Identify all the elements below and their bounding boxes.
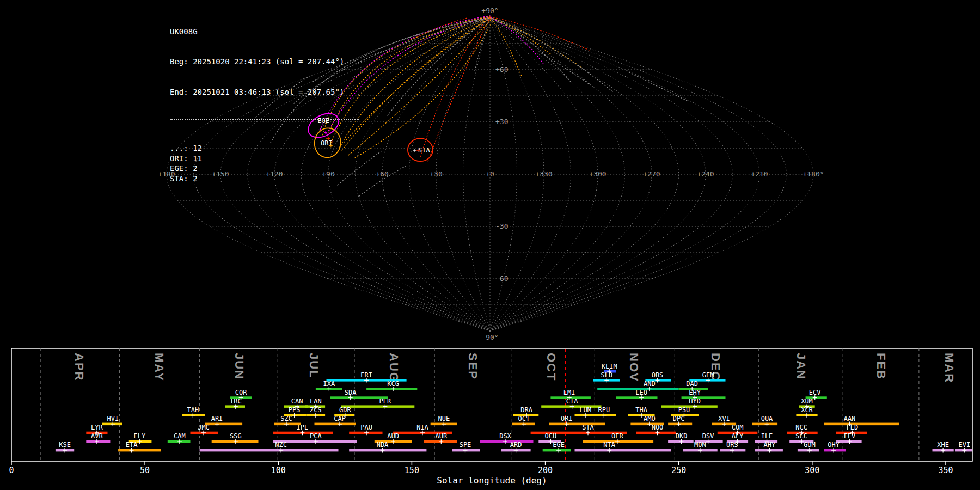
month-label: JUL bbox=[307, 353, 321, 379]
meteor-trail bbox=[492, 19, 612, 91]
shower-label-ipe: IPE bbox=[297, 424, 309, 431]
shower-bar-nzc bbox=[200, 449, 339, 452]
meteor-trail bbox=[342, 19, 489, 150]
shower-label-ege: EGE bbox=[553, 441, 565, 449]
axis-tick-label: 350 bbox=[938, 465, 953, 475]
separator-line bbox=[170, 119, 359, 120]
meteor-trail bbox=[491, 17, 589, 50]
latitude-label: -60 bbox=[495, 274, 508, 283]
month-label: APR bbox=[72, 353, 86, 381]
x-axis-title: Solar longitude (deg) bbox=[437, 475, 547, 486]
meteor-trail bbox=[626, 71, 687, 101]
meteor-trail bbox=[348, 20, 491, 155]
shower-label-ohy: OHY bbox=[828, 441, 840, 449]
shower-label-lum: LUM bbox=[579, 406, 591, 414]
shower-label-gum: GUM bbox=[804, 441, 816, 449]
longitude-label: +210 bbox=[751, 170, 768, 178]
month-label: MAY bbox=[152, 353, 166, 382]
count-line-sta: STA: 2 bbox=[170, 174, 359, 183]
shower-bar-ori bbox=[549, 423, 605, 426]
latitude-label: -30 bbox=[495, 222, 508, 230]
longitude-label: +60 bbox=[376, 170, 388, 178]
shower-label-cam: CAM bbox=[174, 432, 186, 440]
shower-label-ecv: ECV bbox=[809, 389, 821, 396]
shower-label-zcs: ZCS bbox=[310, 406, 322, 414]
shower-label-nue: NUE bbox=[438, 415, 450, 422]
shower-label-ely: ELY bbox=[133, 432, 145, 440]
shower-label-aan: AAN bbox=[844, 415, 856, 422]
observation-info-block: UK008G Beg: 20251020 22:41:23 (sol = 207… bbox=[170, 7, 359, 204]
end-time-line: End: 20251021 03:46:13 (sol = 207.65°) bbox=[170, 87, 359, 97]
latitude-label: -90° bbox=[481, 333, 498, 341]
shower-label-xum: XUM bbox=[801, 397, 813, 405]
shower-label-nta: NTA bbox=[603, 441, 615, 449]
shower-label-hyd: HYD bbox=[689, 397, 701, 405]
shower-label-xhe: XHE bbox=[937, 441, 949, 449]
shower-label-sta: STA bbox=[582, 424, 594, 431]
shower-label-scc: SCC bbox=[795, 432, 807, 440]
shower-label-ssg: SSG bbox=[230, 432, 242, 440]
shower-label-pps: PPS bbox=[289, 406, 301, 414]
longitude-label: +30 bbox=[430, 170, 442, 178]
station-id: UK008G bbox=[170, 27, 359, 36]
shower-label-oct: OCT bbox=[518, 415, 530, 422]
shower-label-tha: THA bbox=[635, 406, 647, 414]
shower-label-dsv: DSV bbox=[702, 432, 714, 440]
shower-label-pca: PCA bbox=[310, 432, 322, 440]
count-line-ege: EGE: 2 bbox=[170, 163, 359, 173]
shower-label-dkd: DKD bbox=[676, 432, 688, 440]
shower-label-qua: QUA bbox=[761, 415, 773, 422]
axis-tick-label: 100 bbox=[271, 465, 286, 475]
shower-label-obs: OBS bbox=[652, 371, 664, 379]
shower-label-nia: NIA bbox=[416, 424, 428, 431]
shower-label-ocu: OCU bbox=[545, 432, 557, 440]
shower-label-mon: MON bbox=[694, 441, 706, 449]
shower-bar-eta bbox=[118, 449, 161, 452]
latitude-label: +30 bbox=[495, 118, 508, 126]
latitude-label: +90° bbox=[481, 7, 498, 15]
shower-label-ori: ORI bbox=[561, 415, 573, 422]
shower-label-irc: IRC bbox=[230, 397, 242, 405]
longitude-label: +0 bbox=[486, 170, 494, 178]
month-label: FEB bbox=[874, 353, 888, 380]
shower-label-spe: SPE bbox=[460, 441, 471, 449]
shower-label-fed: FED bbox=[847, 424, 859, 431]
shower-label-per: PER bbox=[379, 397, 391, 405]
shower-label-xvi: XVI bbox=[718, 415, 730, 422]
longitude-label: +300 bbox=[589, 170, 606, 178]
shower-label-ncc: NCC bbox=[795, 424, 807, 431]
shower-label-pau: PAU bbox=[360, 424, 372, 431]
shower-label-szc: SZC bbox=[280, 415, 292, 422]
shower-label-can: CAN bbox=[291, 397, 303, 405]
shower-label-xcb: XCB bbox=[801, 406, 813, 414]
month-label: NOV bbox=[627, 353, 641, 382]
longitude-label: +180° bbox=[803, 170, 824, 178]
shower-bar-ari bbox=[205, 423, 243, 426]
month-label: AUG bbox=[387, 353, 401, 383]
longitude-label: +240 bbox=[697, 170, 714, 178]
shower-label-rpu: RPU bbox=[598, 406, 610, 414]
shower-label-lyr: LYR bbox=[91, 424, 103, 431]
x-axis: 050100150200250300350Solar longitude (de… bbox=[9, 461, 953, 486]
shower-bars: KLIMERISLDOBSGEMIXAKCGANDDADCORSDALMILEO… bbox=[56, 363, 972, 453]
shower-label-cor: COR bbox=[235, 389, 247, 396]
shower-label-evi: EVI bbox=[958, 441, 970, 449]
shower-label-and: AND bbox=[644, 380, 656, 388]
shower-label-klim: KLIM bbox=[602, 363, 617, 370]
axis-tick-label: 150 bbox=[405, 465, 419, 475]
shower-label-aur: AUR bbox=[435, 432, 447, 440]
shower-label-avb: AVB bbox=[91, 432, 103, 440]
shower-bar-leo bbox=[616, 396, 658, 399]
begin-time-line: Beg: 20251020 22:41:23 (sol = 207.44°) bbox=[170, 57, 359, 66]
shower-label-dra: DRA bbox=[520, 406, 532, 414]
shower-label-com: COM bbox=[732, 424, 744, 431]
shower-label-fev: FEV bbox=[844, 432, 856, 440]
shower-label-jmc: JMC bbox=[198, 424, 210, 431]
radiant-label-sta: STA bbox=[418, 146, 430, 154]
shower-label-gdr: GDR bbox=[339, 406, 351, 414]
shower-label-nzc: NZC bbox=[275, 441, 287, 449]
shower-label-fan: FAN bbox=[310, 397, 322, 405]
shower-label-urs: URS bbox=[726, 441, 738, 449]
month-label: MAR bbox=[942, 353, 956, 383]
shower-count-list: ...: 12ORI: 11EGE: 2STA: 2 bbox=[170, 143, 359, 183]
